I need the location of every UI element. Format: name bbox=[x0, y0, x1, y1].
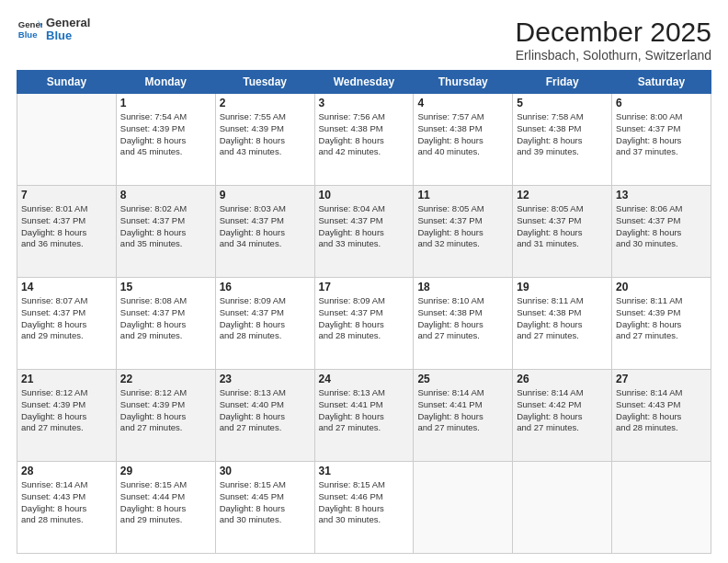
day-info: Sunrise: 8:01 AM Sunset: 4:37 PM Dayligh… bbox=[21, 203, 112, 250]
col-header-monday: Monday bbox=[116, 71, 215, 94]
day-number: 26 bbox=[517, 373, 608, 385]
calendar-cell: 7Sunrise: 8:01 AM Sunset: 4:37 PM Daylig… bbox=[17, 186, 117, 278]
calendar-cell bbox=[513, 462, 612, 554]
calendar-cell: 31Sunrise: 8:15 AM Sunset: 4:46 PM Dayli… bbox=[314, 462, 414, 554]
calendar-cell: 14Sunrise: 8:07 AM Sunset: 4:37 PM Dayli… bbox=[17, 278, 117, 370]
calendar-cell bbox=[17, 94, 117, 186]
day-number: 22 bbox=[120, 373, 211, 385]
calendar-cell: 13Sunrise: 8:06 AM Sunset: 4:37 PM Dayli… bbox=[612, 186, 711, 278]
calendar-week-row: 14Sunrise: 8:07 AM Sunset: 4:37 PM Dayli… bbox=[17, 278, 711, 370]
calendar-week-row: 1Sunrise: 7:54 AM Sunset: 4:39 PM Daylig… bbox=[17, 94, 711, 186]
calendar-cell: 17Sunrise: 8:09 AM Sunset: 4:37 PM Dayli… bbox=[314, 278, 414, 370]
day-info: Sunrise: 8:11 AM Sunset: 4:39 PM Dayligh… bbox=[616, 295, 707, 342]
day-info: Sunrise: 8:05 AM Sunset: 4:37 PM Dayligh… bbox=[417, 203, 508, 250]
calendar-cell: 20Sunrise: 8:11 AM Sunset: 4:39 PM Dayli… bbox=[612, 278, 711, 370]
calendar-week-row: 28Sunrise: 8:14 AM Sunset: 4:43 PM Dayli… bbox=[17, 462, 711, 554]
calendar-cell: 12Sunrise: 8:05 AM Sunset: 4:37 PM Dayli… bbox=[513, 186, 612, 278]
svg-text:General: General bbox=[18, 20, 42, 30]
day-info: Sunrise: 8:07 AM Sunset: 4:37 PM Dayligh… bbox=[21, 295, 112, 342]
calendar-header-row: SundayMondayTuesdayWednesdayThursdayFrid… bbox=[17, 71, 711, 94]
main-title: December 2025 bbox=[516, 17, 711, 48]
calendar-cell: 9Sunrise: 8:03 AM Sunset: 4:37 PM Daylig… bbox=[215, 186, 314, 278]
day-info: Sunrise: 8:09 AM Sunset: 4:37 PM Dayligh… bbox=[319, 295, 410, 342]
title-block: December 2025 Erlinsbach, Solothurn, Swi… bbox=[516, 17, 711, 63]
calendar-cell: 26Sunrise: 8:14 AM Sunset: 4:42 PM Dayli… bbox=[513, 370, 612, 462]
calendar-cell: 6Sunrise: 8:00 AM Sunset: 4:37 PM Daylig… bbox=[612, 94, 711, 186]
day-info: Sunrise: 8:15 AM Sunset: 4:45 PM Dayligh… bbox=[220, 479, 311, 526]
calendar-cell: 2Sunrise: 7:55 AM Sunset: 4:39 PM Daylig… bbox=[215, 94, 314, 186]
day-number: 24 bbox=[319, 373, 410, 385]
day-info: Sunrise: 7:55 AM Sunset: 4:39 PM Dayligh… bbox=[220, 111, 311, 158]
day-info: Sunrise: 7:58 AM Sunset: 4:38 PM Dayligh… bbox=[517, 111, 608, 158]
col-header-friday: Friday bbox=[513, 71, 612, 94]
calendar-cell: 25Sunrise: 8:14 AM Sunset: 4:41 PM Dayli… bbox=[414, 370, 513, 462]
day-number: 25 bbox=[417, 373, 508, 385]
day-number: 15 bbox=[120, 281, 211, 293]
logo: General Blue General Blue bbox=[17, 17, 90, 43]
day-number: 27 bbox=[616, 373, 707, 385]
day-info: Sunrise: 8:00 AM Sunset: 4:37 PM Dayligh… bbox=[616, 111, 707, 158]
subtitle: Erlinsbach, Solothurn, Switzerland bbox=[516, 48, 711, 63]
calendar-week-row: 7Sunrise: 8:01 AM Sunset: 4:37 PM Daylig… bbox=[17, 186, 711, 278]
calendar-cell: 30Sunrise: 8:15 AM Sunset: 4:45 PM Dayli… bbox=[215, 462, 314, 554]
day-info: Sunrise: 8:13 AM Sunset: 4:41 PM Dayligh… bbox=[319, 387, 410, 434]
day-number: 30 bbox=[220, 465, 311, 477]
day-info: Sunrise: 8:15 AM Sunset: 4:46 PM Dayligh… bbox=[319, 479, 410, 526]
day-number: 14 bbox=[21, 281, 112, 293]
col-header-tuesday: Tuesday bbox=[215, 71, 314, 94]
day-number: 11 bbox=[417, 189, 508, 201]
svg-text:Blue: Blue bbox=[18, 29, 38, 40]
day-number: 3 bbox=[319, 97, 410, 109]
col-header-wednesday: Wednesday bbox=[314, 71, 414, 94]
calendar-cell: 3Sunrise: 7:56 AM Sunset: 4:38 PM Daylig… bbox=[314, 94, 414, 186]
day-info: Sunrise: 8:11 AM Sunset: 4:38 PM Dayligh… bbox=[517, 295, 608, 342]
calendar-table: SundayMondayTuesdayWednesdayThursdayFrid… bbox=[17, 70, 711, 554]
day-info: Sunrise: 8:13 AM Sunset: 4:40 PM Dayligh… bbox=[220, 387, 311, 434]
day-number: 29 bbox=[120, 465, 211, 477]
day-number: 31 bbox=[319, 465, 410, 477]
logo-blue: Blue bbox=[46, 29, 90, 42]
calendar-cell: 11Sunrise: 8:05 AM Sunset: 4:37 PM Dayli… bbox=[414, 186, 513, 278]
day-number: 12 bbox=[517, 189, 608, 201]
day-info: Sunrise: 8:10 AM Sunset: 4:38 PM Dayligh… bbox=[417, 295, 508, 342]
header: General Blue General Blue December 2025 … bbox=[17, 17, 711, 63]
day-info: Sunrise: 8:06 AM Sunset: 4:37 PM Dayligh… bbox=[616, 203, 707, 250]
day-info: Sunrise: 8:04 AM Sunset: 4:37 PM Dayligh… bbox=[319, 203, 410, 250]
day-info: Sunrise: 8:14 AM Sunset: 4:43 PM Dayligh… bbox=[21, 479, 112, 526]
calendar-cell: 10Sunrise: 8:04 AM Sunset: 4:37 PM Dayli… bbox=[314, 186, 414, 278]
day-info: Sunrise: 8:14 AM Sunset: 4:41 PM Dayligh… bbox=[417, 387, 508, 434]
day-number: 7 bbox=[21, 189, 112, 201]
calendar-cell: 22Sunrise: 8:12 AM Sunset: 4:39 PM Dayli… bbox=[116, 370, 215, 462]
day-number: 23 bbox=[220, 373, 311, 385]
day-info: Sunrise: 8:14 AM Sunset: 4:43 PM Dayligh… bbox=[616, 387, 707, 434]
day-info: Sunrise: 8:12 AM Sunset: 4:39 PM Dayligh… bbox=[21, 387, 112, 434]
calendar-cell: 15Sunrise: 8:08 AM Sunset: 4:37 PM Dayli… bbox=[116, 278, 215, 370]
day-number: 9 bbox=[220, 189, 311, 201]
day-info: Sunrise: 7:54 AM Sunset: 4:39 PM Dayligh… bbox=[120, 111, 211, 158]
calendar-cell: 5Sunrise: 7:58 AM Sunset: 4:38 PM Daylig… bbox=[513, 94, 612, 186]
day-number: 10 bbox=[319, 189, 410, 201]
page: General Blue General Blue December 2025 … bbox=[0, 0, 728, 563]
day-info: Sunrise: 8:08 AM Sunset: 4:37 PM Dayligh… bbox=[120, 295, 211, 342]
calendar-cell bbox=[414, 462, 513, 554]
logo-icon: General Blue bbox=[17, 17, 42, 42]
day-number: 20 bbox=[616, 281, 707, 293]
calendar-cell bbox=[612, 462, 711, 554]
day-number: 2 bbox=[220, 97, 311, 109]
day-number: 18 bbox=[417, 281, 508, 293]
calendar-cell: 28Sunrise: 8:14 AM Sunset: 4:43 PM Dayli… bbox=[17, 462, 117, 554]
logo-general: General bbox=[46, 17, 90, 29]
day-number: 28 bbox=[21, 465, 112, 477]
col-header-thursday: Thursday bbox=[414, 71, 513, 94]
calendar-cell: 27Sunrise: 8:14 AM Sunset: 4:43 PM Dayli… bbox=[612, 370, 711, 462]
day-info: Sunrise: 8:09 AM Sunset: 4:37 PM Dayligh… bbox=[220, 295, 311, 342]
calendar-week-row: 21Sunrise: 8:12 AM Sunset: 4:39 PM Dayli… bbox=[17, 370, 711, 462]
calendar-cell: 29Sunrise: 8:15 AM Sunset: 4:44 PM Dayli… bbox=[116, 462, 215, 554]
day-info: Sunrise: 7:56 AM Sunset: 4:38 PM Dayligh… bbox=[319, 111, 410, 158]
day-number: 17 bbox=[319, 281, 410, 293]
calendar-cell: 19Sunrise: 8:11 AM Sunset: 4:38 PM Dayli… bbox=[513, 278, 612, 370]
day-number: 6 bbox=[616, 97, 707, 109]
day-number: 19 bbox=[517, 281, 608, 293]
calendar-cell: 18Sunrise: 8:10 AM Sunset: 4:38 PM Dayli… bbox=[414, 278, 513, 370]
calendar-cell: 21Sunrise: 8:12 AM Sunset: 4:39 PM Dayli… bbox=[17, 370, 117, 462]
